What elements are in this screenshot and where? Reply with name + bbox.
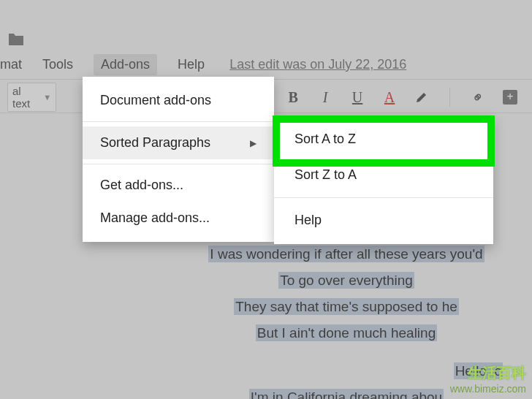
menu-separator (83, 164, 274, 164)
watermark-title: 生活百科 (450, 363, 526, 383)
menu-item-document-addons[interactable]: Document add-ons (83, 84, 274, 117)
menu-tools[interactable]: Tools (42, 57, 73, 72)
menubar: mat Tools Add-ons Help Last edit was on … (0, 53, 406, 76)
last-edit-link[interactable]: Last edit was on July 22, 2016 (229, 57, 406, 72)
menu-separator (83, 121, 274, 122)
menu-item-help[interactable]: Help (274, 202, 493, 238)
insert-comment-button[interactable]: + (500, 87, 520, 107)
menu-item-sort-za[interactable]: Sort Z to A (274, 157, 493, 193)
text-line: But I ain't done much healing (256, 324, 437, 341)
submenu-arrow-icon: ▶ (250, 138, 256, 148)
folder-icon[interactable] (7, 32, 25, 47)
chevron-down-icon: ▼ (43, 93, 51, 102)
text-line: I'm in California dreaming abou (249, 389, 444, 399)
menu-item-get-addons[interactable]: Get add-ons... (83, 169, 274, 202)
toolbar-separator (449, 88, 450, 107)
highlight-button[interactable] (411, 87, 432, 107)
menu-item-label: Document add-ons (100, 93, 211, 108)
underline-button[interactable]: U (347, 87, 368, 107)
menu-separator (274, 197, 493, 198)
watermark: 生活百科 www.bimeiz.com (450, 363, 526, 395)
paragraph-style-label: al text (12, 85, 30, 110)
insert-link-button[interactable]: ⚭ (468, 87, 488, 107)
bold-button[interactable]: B (283, 87, 303, 107)
sorted-paragraphs-submenu: Sort A to Z Sort Z to A Help (274, 115, 493, 244)
paragraph-style-dropdown[interactable]: al text ▼ (7, 83, 56, 112)
text-line: To go over everything (278, 272, 414, 289)
text-line: They say that time's supposed to he (234, 298, 459, 315)
addons-dropdown: Document add-ons Sorted Paragraphs ▶ Get… (83, 77, 274, 242)
text-line: I was wondering if after all these years… (208, 246, 484, 262)
menu-item-label: Sorted Paragraphs (100, 135, 210, 151)
menu-format[interactable]: mat (0, 57, 22, 72)
watermark-url: www.bimeiz.com (450, 383, 526, 395)
menu-item-sort-az[interactable]: Sort A to Z (274, 121, 493, 157)
italic-button[interactable]: I (315, 87, 335, 107)
text-color-button[interactable]: A (379, 87, 400, 107)
menu-item-sorted-paragraphs[interactable]: Sorted Paragraphs ▶ (83, 126, 274, 159)
menu-help[interactable]: Help (178, 57, 205, 72)
menu-item-label: Manage add-ons... (100, 210, 210, 226)
menu-item-manage-addons[interactable]: Manage add-ons... (83, 202, 274, 235)
menu-item-label: Get add-ons... (100, 178, 183, 193)
menu-addons[interactable]: Add-ons (94, 54, 157, 75)
